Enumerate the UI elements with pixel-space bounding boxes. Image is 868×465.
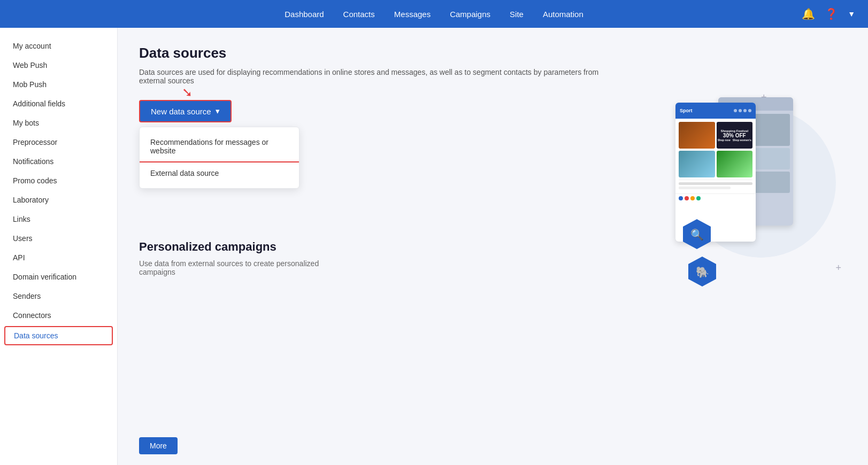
sidebar-item-promo-codes[interactable]: Promo codes (0, 171, 117, 190)
run-image (679, 151, 715, 177)
layout: My account Web Push Mob Push Additional … (0, 28, 868, 465)
nav-messages[interactable]: Messages (394, 10, 431, 19)
card-footer (675, 193, 756, 203)
dropdown-menu: Recommendations for messages or website … (139, 127, 299, 189)
nav-dot-4 (748, 109, 751, 112)
new-data-source-container: New data source ▾ ➘ Recommendations for … (139, 100, 232, 122)
card-header: Sport (675, 103, 756, 119)
sidebar-item-notifications[interactable]: Notifications (0, 152, 117, 171)
dropdown-arrow: ➘ (182, 85, 193, 100)
help-icon[interactable]: ❓ (825, 7, 838, 20)
elephant-hex-icon: 🐘 (686, 255, 720, 290)
sidebar-item-my-bots[interactable]: My bots (0, 113, 117, 133)
sidebar-item-data-sources[interactable]: Data sources (4, 326, 113, 345)
nav-dot-2 (739, 109, 742, 112)
top-nav: Dashboard Contacts Messages Campaigns Si… (0, 0, 868, 28)
svg-text:🐘: 🐘 (696, 266, 709, 278)
more-button[interactable]: More (139, 437, 178, 454)
nav-dots (734, 109, 751, 112)
sale-image: Shopping Festival 30% OFF Shop now Shop … (717, 122, 753, 149)
top-nav-right: 🔔 ❓ ▼ (802, 7, 855, 20)
nav-contacts[interactable]: Contacts (343, 10, 375, 19)
page-description: Data sources are used for displaying rec… (139, 68, 620, 85)
sidebar-item-domain-verification[interactable]: Domain verification (0, 267, 117, 286)
sidebar-item-preprocessor[interactable]: Preprocessor (0, 133, 117, 152)
illustration: + + + (675, 92, 847, 295)
account-chevron-icon[interactable]: ▼ (848, 10, 855, 18)
sidebar-item-mob-push[interactable]: Mob Push (0, 75, 117, 94)
dropdown-item-external[interactable]: External data source (140, 162, 299, 184)
card-images-top: Shopping Festival 30% OFF Shop now Shop … (679, 122, 752, 149)
nav-automation[interactable]: Automation (543, 10, 583, 19)
footer-dot-yellow (690, 196, 695, 200)
food-image (717, 151, 753, 177)
sidebar-item-my-account[interactable]: My account (0, 36, 117, 56)
sidebar-item-web-push[interactable]: Web Push (0, 56, 117, 75)
footer-dot-green (696, 196, 701, 200)
sidebar-item-laboratory[interactable]: Laboratory (0, 190, 117, 210)
search-hex-icon: 🔍 (681, 218, 715, 252)
new-data-source-label: New data source (151, 107, 211, 116)
notifications-icon[interactable]: 🔔 (802, 7, 815, 20)
card-images-bottom (679, 151, 752, 177)
footer-dot-blue (679, 196, 683, 200)
sidebar-item-links[interactable]: Links (0, 210, 117, 229)
plus-icon-3: + (835, 262, 841, 274)
nav-dot-1 (734, 109, 737, 112)
nav-dot-3 (743, 109, 747, 112)
dropdown-item-recommendations[interactable]: Recommendations for messages or website (140, 131, 299, 162)
nav-dashboard[interactable]: Dashboard (285, 10, 324, 19)
main-content: Data sources Data sources are used for d… (118, 28, 868, 465)
card-text (679, 180, 752, 190)
nav-campaigns[interactable]: Campaigns (450, 10, 490, 19)
svg-text:🔍: 🔍 (690, 228, 704, 241)
new-data-source-button[interactable]: New data source ▾ (139, 100, 232, 122)
sidebar-item-users[interactable]: Users (0, 229, 117, 248)
top-nav-links: Dashboard Contacts Messages Campaigns Si… (285, 10, 583, 19)
bottom-section: More (139, 437, 178, 454)
card-content: Shopping Festival 30% OFF Shop now Shop … (675, 119, 756, 193)
sidebar: My account Web Push Mob Push Additional … (0, 28, 118, 465)
sport-image (679, 122, 715, 149)
sidebar-item-connectors[interactable]: Connectors (0, 306, 117, 325)
page-title: Data sources (139, 45, 847, 61)
nav-site[interactable]: Site (510, 10, 524, 19)
promo-description: Use data from external sources to create… (139, 259, 342, 276)
sidebar-item-additional-fields[interactable]: Additional fields (0, 94, 117, 113)
sidebar-item-api[interactable]: API (0, 248, 117, 267)
footer-dot-red (685, 196, 689, 200)
chevron-icon: ▾ (216, 106, 220, 116)
sidebar-item-senders[interactable]: Senders (0, 286, 117, 306)
